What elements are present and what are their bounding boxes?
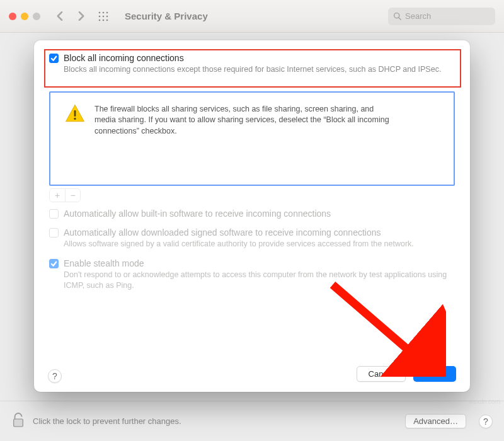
advanced-button[interactable]: Advanced… xyxy=(405,414,466,428)
back-button[interactable] xyxy=(53,11,67,21)
svg-point-2 xyxy=(106,11,108,13)
svg-point-6 xyxy=(99,19,101,21)
highlight-block-all: Block all incoming connections Blocks al… xyxy=(44,49,461,88)
option-auto-builtin: Automatically allow built-in software to… xyxy=(49,209,455,219)
option-stealth: Enable stealth mode Don't respond to or … xyxy=(49,258,455,291)
auto-signed-checkbox[interactable] xyxy=(49,228,59,238)
ok-button[interactable]: OK xyxy=(413,366,456,382)
stealth-checkbox[interactable] xyxy=(49,259,59,268)
svg-point-0 xyxy=(99,11,101,13)
prefs-footer: Click the lock to prevent further change… xyxy=(0,401,504,441)
app-list-controls: + − xyxy=(49,188,81,202)
svg-rect-13 xyxy=(74,110,76,117)
svg-rect-11 xyxy=(14,419,23,427)
auto-builtin-label: Automatically allow built-in software to… xyxy=(64,209,331,219)
svg-point-1 xyxy=(103,11,105,13)
zoom-window-button[interactable] xyxy=(33,13,40,20)
search-field[interactable]: Search xyxy=(388,8,495,25)
lock-icon[interactable] xyxy=(11,412,25,430)
svg-point-4 xyxy=(103,15,105,17)
minimize-window-button[interactable] xyxy=(21,13,28,20)
auto-signed-label: Automatically allow downloaded signed so… xyxy=(64,227,381,238)
option-block-all: Block all incoming connections Blocks al… xyxy=(49,53,455,75)
add-app-button[interactable]: + xyxy=(50,189,65,202)
block-all-desc: Blocks all incoming connections except t… xyxy=(64,64,455,75)
lock-hint-text: Click the lock to prevent further change… xyxy=(33,416,398,426)
stealth-desc: Don't respond to or acknowledge attempts… xyxy=(64,270,455,291)
window-title: Security & Privacy xyxy=(125,11,382,21)
help-button-sheet[interactable]: ? xyxy=(48,369,62,383)
traffic-lights xyxy=(9,13,40,20)
search-placeholder: Search xyxy=(405,11,431,21)
watermark: wsxdn.com xyxy=(469,398,500,405)
close-window-button[interactable] xyxy=(9,13,16,20)
option-auto-signed: Automatically allow downloaded signed so… xyxy=(49,227,455,249)
block-all-label: Block all incoming connections xyxy=(64,53,184,63)
help-button-footer[interactable]: ? xyxy=(479,415,493,428)
cancel-button[interactable]: Cancel xyxy=(357,366,406,382)
remove-app-button[interactable]: − xyxy=(65,189,80,202)
svg-point-8 xyxy=(106,19,108,21)
block-all-checkbox[interactable] xyxy=(49,54,59,63)
svg-point-7 xyxy=(103,19,105,21)
window-toolbar: Security & Privacy Search xyxy=(0,0,504,33)
sheet-button-row: Cancel OK xyxy=(357,366,456,382)
auto-signed-desc: Allows software signed by a valid certif… xyxy=(64,239,455,249)
firewall-warning-text: The firewall blocks all sharing services… xyxy=(94,104,391,137)
svg-point-5 xyxy=(106,15,108,17)
show-all-prefs-button[interactable] xyxy=(98,11,108,21)
svg-point-3 xyxy=(99,15,101,17)
firewall-options-sheet: Block all incoming connections Blocks al… xyxy=(34,40,470,392)
svg-point-14 xyxy=(74,118,76,120)
forward-button[interactable] xyxy=(74,11,88,21)
auto-builtin-checkbox[interactable] xyxy=(49,209,59,219)
firewall-warning-box: The firewall blocks all sharing services… xyxy=(49,91,455,186)
warning-icon xyxy=(64,103,86,124)
stealth-label: Enable stealth mode xyxy=(64,258,144,268)
search-icon xyxy=(393,12,401,20)
svg-line-10 xyxy=(399,18,401,20)
